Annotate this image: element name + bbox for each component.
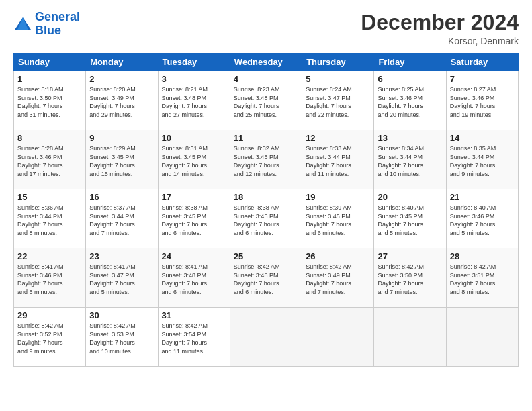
calendar-cell: 25Sunrise: 8:42 AM Sunset: 3:48 PM Dayli… bbox=[230, 248, 302, 308]
day-info: Sunrise: 8:20 AM Sunset: 3:49 PM Dayligh… bbox=[89, 85, 154, 119]
day-info: Sunrise: 8:37 AM Sunset: 3:44 PM Dayligh… bbox=[89, 203, 154, 237]
weekday-header-saturday: Saturday bbox=[446, 54, 518, 71]
day-number: 7 bbox=[450, 74, 515, 84]
calendar-cell: 17Sunrise: 8:38 AM Sunset: 3:45 PM Dayli… bbox=[158, 189, 230, 248]
day-info: Sunrise: 8:42 AM Sunset: 3:51 PM Dayligh… bbox=[450, 263, 515, 296]
day-number: 11 bbox=[234, 133, 298, 143]
calendar-cell: 9Sunrise: 8:29 AM Sunset: 3:45 PM Daylig… bbox=[86, 130, 158, 189]
day-info: Sunrise: 8:34 AM Sunset: 3:44 PM Dayligh… bbox=[378, 144, 442, 178]
day-info: Sunrise: 8:21 AM Sunset: 3:48 PM Dayligh… bbox=[162, 85, 226, 119]
day-info: Sunrise: 8:41 AM Sunset: 3:48 PM Dayligh… bbox=[162, 263, 226, 296]
day-number: 14 bbox=[450, 133, 515, 143]
day-info: Sunrise: 8:41 AM Sunset: 3:46 PM Dayligh… bbox=[17, 263, 82, 296]
calendar-cell: 8Sunrise: 8:28 AM Sunset: 3:46 PM Daylig… bbox=[14, 130, 86, 189]
day-number: 13 bbox=[378, 133, 442, 143]
day-info: Sunrise: 8:27 AM Sunset: 3:46 PM Dayligh… bbox=[450, 85, 515, 119]
day-number: 21 bbox=[450, 192, 515, 202]
calendar-cell: 6Sunrise: 8:25 AM Sunset: 3:46 PM Daylig… bbox=[374, 71, 446, 130]
calendar-cell: 28Sunrise: 8:42 AM Sunset: 3:51 PM Dayli… bbox=[446, 248, 518, 308]
day-number: 8 bbox=[17, 133, 82, 143]
month-title: December 2024 bbox=[361, 11, 519, 34]
calendar-cell: 19Sunrise: 8:39 AM Sunset: 3:45 PM Dayli… bbox=[302, 189, 374, 248]
day-info: Sunrise: 8:38 AM Sunset: 3:45 PM Dayligh… bbox=[162, 203, 226, 237]
day-info: Sunrise: 8:24 AM Sunset: 3:47 PM Dayligh… bbox=[306, 85, 370, 119]
weekday-header-friday: Friday bbox=[374, 54, 446, 71]
day-info: Sunrise: 8:41 AM Sunset: 3:47 PM Dayligh… bbox=[89, 263, 154, 296]
day-info: Sunrise: 8:28 AM Sunset: 3:46 PM Dayligh… bbox=[17, 144, 82, 178]
day-info: Sunrise: 8:35 AM Sunset: 3:44 PM Dayligh… bbox=[450, 144, 515, 178]
calendar-cell: 3Sunrise: 8:21 AM Sunset: 3:48 PM Daylig… bbox=[158, 71, 230, 130]
day-number: 23 bbox=[89, 251, 154, 261]
weekday-header-sunday: Sunday bbox=[14, 54, 86, 71]
logo-text: General Blue bbox=[35, 11, 80, 38]
calendar-cell: 29Sunrise: 8:42 AM Sunset: 3:52 PM Dayli… bbox=[14, 308, 86, 367]
day-info: Sunrise: 8:36 AM Sunset: 3:44 PM Dayligh… bbox=[17, 203, 82, 237]
calendar-cell: 14Sunrise: 8:35 AM Sunset: 3:44 PM Dayli… bbox=[446, 130, 518, 189]
calendar-cell bbox=[446, 308, 518, 367]
title-block: December 2024 Korsor, Denmark bbox=[361, 11, 519, 46]
day-info: Sunrise: 8:39 AM Sunset: 3:45 PM Dayligh… bbox=[306, 203, 370, 237]
weekday-header-row: SundayMondayTuesdayWednesdayThursdayFrid… bbox=[14, 54, 519, 71]
day-info: Sunrise: 8:32 AM Sunset: 3:45 PM Dayligh… bbox=[234, 144, 298, 178]
calendar-week-2: 8Sunrise: 8:28 AM Sunset: 3:46 PM Daylig… bbox=[14, 130, 519, 189]
day-number: 18 bbox=[234, 192, 298, 202]
day-number: 28 bbox=[450, 251, 515, 261]
day-number: 19 bbox=[306, 192, 370, 202]
calendar-cell: 18Sunrise: 8:38 AM Sunset: 3:45 PM Dayli… bbox=[230, 189, 302, 248]
day-info: Sunrise: 8:33 AM Sunset: 3:44 PM Dayligh… bbox=[306, 144, 370, 178]
day-number: 29 bbox=[17, 310, 82, 320]
weekday-header-thursday: Thursday bbox=[302, 54, 374, 71]
day-number: 12 bbox=[306, 133, 370, 143]
day-number: 4 bbox=[234, 74, 298, 84]
calendar-cell: 30Sunrise: 8:42 AM Sunset: 3:53 PM Dayli… bbox=[86, 308, 158, 367]
weekday-header-tuesday: Tuesday bbox=[158, 54, 230, 71]
day-number: 22 bbox=[17, 251, 82, 261]
calendar-week-5: 29Sunrise: 8:42 AM Sunset: 3:52 PM Dayli… bbox=[14, 308, 519, 367]
weekday-header-monday: Monday bbox=[86, 54, 158, 71]
calendar-week-1: 1Sunrise: 8:18 AM Sunset: 3:50 PM Daylig… bbox=[14, 71, 519, 130]
calendar-cell: 5Sunrise: 8:24 AM Sunset: 3:47 PM Daylig… bbox=[302, 71, 374, 130]
day-number: 15 bbox=[17, 192, 82, 202]
calendar: SundayMondayTuesdayWednesdayThursdayFrid… bbox=[13, 53, 519, 367]
logo: General Blue bbox=[13, 11, 80, 38]
calendar-week-3: 15Sunrise: 8:36 AM Sunset: 3:44 PM Dayli… bbox=[14, 189, 519, 248]
day-info: Sunrise: 8:18 AM Sunset: 3:50 PM Dayligh… bbox=[17, 85, 82, 119]
day-number: 27 bbox=[378, 251, 442, 261]
day-number: 30 bbox=[89, 310, 154, 320]
calendar-cell: 7Sunrise: 8:27 AM Sunset: 3:46 PM Daylig… bbox=[446, 71, 518, 130]
day-number: 2 bbox=[89, 74, 154, 84]
day-info: Sunrise: 8:29 AM Sunset: 3:45 PM Dayligh… bbox=[89, 144, 154, 178]
calendar-cell: 12Sunrise: 8:33 AM Sunset: 3:44 PM Dayli… bbox=[302, 130, 374, 189]
day-number: 25 bbox=[234, 251, 298, 261]
day-number: 24 bbox=[162, 251, 226, 261]
day-info: Sunrise: 8:42 AM Sunset: 3:52 PM Dayligh… bbox=[17, 322, 82, 355]
calendar-cell: 20Sunrise: 8:40 AM Sunset: 3:45 PM Dayli… bbox=[374, 189, 446, 248]
calendar-cell: 2Sunrise: 8:20 AM Sunset: 3:49 PM Daylig… bbox=[86, 71, 158, 130]
day-info: Sunrise: 8:25 AM Sunset: 3:46 PM Dayligh… bbox=[378, 85, 442, 119]
day-number: 3 bbox=[162, 74, 226, 84]
day-info: Sunrise: 8:40 AM Sunset: 3:45 PM Dayligh… bbox=[378, 203, 442, 237]
day-number: 20 bbox=[378, 192, 442, 202]
day-info: Sunrise: 8:23 AM Sunset: 3:48 PM Dayligh… bbox=[234, 85, 298, 119]
calendar-cell: 23Sunrise: 8:41 AM Sunset: 3:47 PM Dayli… bbox=[86, 248, 158, 308]
calendar-cell bbox=[230, 308, 302, 367]
day-number: 17 bbox=[162, 192, 226, 202]
logo-icon bbox=[13, 15, 32, 34]
calendar-cell: 16Sunrise: 8:37 AM Sunset: 3:44 PM Dayli… bbox=[86, 189, 158, 248]
header: General Blue December 2024 Korsor, Denma… bbox=[13, 11, 519, 46]
day-number: 6 bbox=[378, 74, 442, 84]
calendar-cell: 21Sunrise: 8:40 AM Sunset: 3:46 PM Dayli… bbox=[446, 189, 518, 248]
day-number: 9 bbox=[89, 133, 154, 143]
calendar-cell: 4Sunrise: 8:23 AM Sunset: 3:48 PM Daylig… bbox=[230, 71, 302, 130]
day-info: Sunrise: 8:42 AM Sunset: 3:49 PM Dayligh… bbox=[306, 263, 370, 296]
weekday-header-wednesday: Wednesday bbox=[230, 54, 302, 71]
day-info: Sunrise: 8:42 AM Sunset: 3:48 PM Dayligh… bbox=[234, 263, 298, 296]
day-info: Sunrise: 8:40 AM Sunset: 3:46 PM Dayligh… bbox=[450, 203, 515, 237]
calendar-cell: 22Sunrise: 8:41 AM Sunset: 3:46 PM Dayli… bbox=[14, 248, 86, 308]
calendar-cell: 31Sunrise: 8:42 AM Sunset: 3:54 PM Dayli… bbox=[158, 308, 230, 367]
day-number: 16 bbox=[89, 192, 154, 202]
day-info: Sunrise: 8:42 AM Sunset: 3:50 PM Dayligh… bbox=[378, 263, 442, 296]
calendar-cell: 10Sunrise: 8:31 AM Sunset: 3:45 PM Dayli… bbox=[158, 130, 230, 189]
location: Korsor, Denmark bbox=[361, 36, 519, 46]
calendar-cell bbox=[374, 308, 446, 367]
